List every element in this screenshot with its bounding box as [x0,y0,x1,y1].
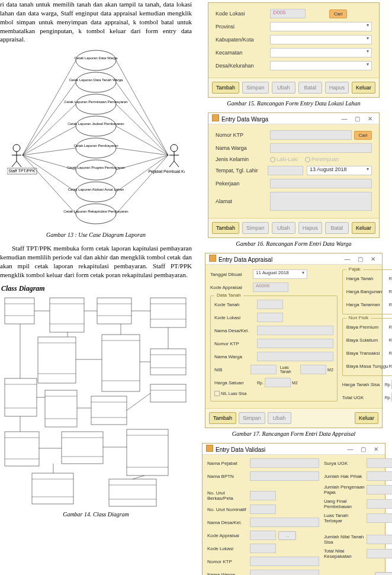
maximize-icon[interactable]: ▢ [358,446,369,452]
minimize-icon[interactable]: — [344,446,356,452]
ubah-button[interactable]: Ubah [272,82,295,94]
input-kode-app2[interactable] [250,531,276,540]
label-pajak: Jumlah Pengenaan Pajak [324,484,367,495]
select-desa[interactable] [270,61,372,70]
input-nama-pejabat[interactable] [250,458,319,468]
input-final[interactable] [367,499,392,509]
maximize-icon[interactable]: ▢ [352,115,363,122]
label-harga-tanah: Harga Tanah [346,276,389,281]
cari-button[interactable]: … [278,531,296,540]
datepicker-tgl[interactable]: 11 August 2018 [253,269,307,279]
input-nama-bptn[interactable] [250,471,319,481]
svg-rect-66 [5,378,37,416]
tambah-button[interactable]: Tambah [209,412,236,424]
cari-button[interactable]: Cari [354,131,372,140]
input-total-kesepakatan[interactable] [367,549,392,558]
input-pajak[interactable] [367,485,392,494]
input-nama-desa[interactable] [257,326,333,335]
input-desa2[interactable] [250,518,319,527]
input-kode-tanah[interactable] [257,300,283,309]
input-no-berkas[interactable] [250,491,276,500]
select-kecamatan[interactable] [270,48,372,57]
window-title: Entry Data Validasi [216,446,265,453]
chk-nil[interactable] [214,391,220,396]
input-hak-pihak[interactable] [367,471,392,481]
input-luas-tanah[interactable] [300,365,326,374]
label-kabupaten: Kabupaten/Kota [216,37,270,43]
radio-perempuan[interactable] [305,157,310,162]
svg-rect-69 [45,390,77,427]
keluar-button[interactable]: Keluar [355,412,378,424]
textarea-alamat[interactable] [270,192,372,211]
svg-text:Cetak Laporan Data Warga: Cetak Laporan Data Warga [75,56,118,60]
svg-rect-72 [91,396,127,425]
input-pekerjaan[interactable] [270,179,372,188]
hapus-button[interactable]: Hapus [325,82,349,94]
input-ktp[interactable] [270,130,352,140]
input-nama3[interactable] [250,570,319,575]
input-kode-appraisal[interactable]: A0008 [253,282,288,292]
batal-button[interactable]: Batal [325,222,349,234]
close-icon[interactable]: ✕ [365,115,375,122]
label-biaya-tunggu: Biaya Masa Tunggu [346,364,389,369]
select-kabupaten[interactable] [270,35,372,44]
hapus-button[interactable]: Hapus [298,222,322,234]
datepicker-tgl-lahir[interactable]: 13 August 2018 [307,166,372,175]
ubah-button[interactable]: Ubah [268,412,291,424]
input-kode-lokasi2[interactable] [257,313,283,322]
close-icon[interactable]: ✕ [368,256,378,262]
input-kode-lokasi[interactable]: D005 [270,9,306,18]
label-nilai-sisa: Jumlah Nilai Tanah Sisa [324,534,367,545]
tambah-button[interactable]: Tambah [212,82,239,94]
input-nib[interactable] [250,365,277,374]
svg-text:Cetak Laporan Jadwal Pembayara: Cetak Laporan Jadwal Pembayaran [68,122,124,126]
input-tempat[interactable] [268,166,303,175]
simpan-button[interactable]: Simpan [242,82,269,94]
svg-point-19 [76,182,116,202]
label-nib: NIB [214,367,250,372]
input-no-nom[interactable] [250,505,276,514]
input-kode-lokasi3[interactable] [250,544,276,553]
label-desa: Desa/Kelurahan [216,63,270,69]
label-final: Uang Final Pembebasan [324,499,367,509]
svg-text:Cetak Laporan Permintaan Pemba: Cetak Laporan Permintaan Pembayaran [64,100,127,104]
label-luas-tanah: Luas Tanah [280,365,298,374]
simpan-button[interactable]: Simpan [375,572,392,575]
minimize-icon[interactable]: — [338,115,350,122]
input-nama2[interactable] [257,352,333,361]
input-ktp3[interactable] [250,557,319,566]
svg-line-10 [169,161,174,167]
use-case-diagram: Staff TPT/PPK Pejabat Pembuat Komitmen [7,49,185,229]
input-nama[interactable] [270,143,372,153]
keluar-button[interactable]: Keluar [352,222,375,234]
cari-button[interactable]: Cari [329,9,347,18]
svg-point-0 [13,144,20,152]
svg-point-18 [76,160,116,180]
input-nilai-sisa[interactable] [367,535,392,544]
svg-line-101 [127,393,150,410]
batal-button[interactable]: Batal [298,82,322,94]
label-laki: Laki-Laki [277,156,298,162]
ubah-button[interactable]: Ubah [272,222,295,234]
input-surya-ugk[interactable] [367,458,392,468]
input-harga-satuan[interactable] [265,378,291,387]
svg-rect-63 [150,349,186,375]
unit-rp4: Rp. [389,303,392,307]
simpan-button[interactable]: Simpan [242,222,269,234]
input-luas-terb2[interactable] [367,513,392,523]
radio-laki[interactable] [270,157,275,162]
input-ktp2[interactable] [257,339,333,348]
group-data-tanah: Data Tanah Kode Tanah Kode Lokasi Nama D… [210,295,338,401]
keluar-button[interactable]: Keluar [352,82,375,94]
unit-m2-2: M2 [292,381,298,385]
minimize-icon[interactable]: — [341,256,353,262]
label-kecamatan: Kecamatan [216,50,270,56]
label-tgl: Tanggal Dibuat [210,272,253,277]
maximize-icon[interactable]: ▢ [355,256,366,262]
tambah-button[interactable]: Tambah [212,222,239,234]
simpan-button[interactable]: Simpan [239,412,265,424]
svg-point-13 [76,50,116,70]
svg-point-17 [76,138,116,158]
close-icon[interactable]: ✕ [371,446,381,452]
select-provinsi[interactable] [270,22,372,31]
